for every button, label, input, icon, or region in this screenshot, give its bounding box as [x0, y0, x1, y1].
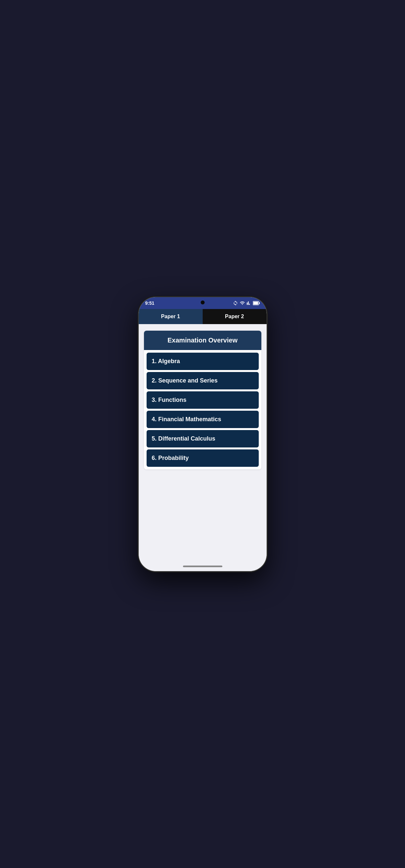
topic-item-5[interactable]: 5. Differential Calculus — [147, 430, 259, 447]
topic-label-3: 3. Functions — [152, 397, 187, 403]
phone-device: 9:51 — [139, 297, 267, 571]
topic-list: 1. Algebra 2. Sequence and Series 3. Fun… — [144, 350, 261, 469]
topic-label-4: 4. Financial Mathematics — [152, 416, 221, 423]
status-icons — [233, 301, 260, 306]
topic-item-1[interactable]: 1. Algebra — [147, 353, 259, 370]
exam-overview-header: Examination Overview — [144, 331, 261, 350]
camera-notch — [201, 301, 205, 304]
topic-label-6: 6. Probability — [152, 455, 189, 461]
home-indicator — [139, 562, 267, 571]
topic-label-5: 5. Differential Calculus — [152, 435, 215, 442]
topic-item-2[interactable]: 2. Sequence and Series — [147, 372, 259, 390]
tab-paper1[interactable]: Paper 1 — [139, 309, 202, 324]
topic-label-1: 1. Algebra — [152, 358, 180, 365]
wifi-icon — [240, 301, 245, 306]
status-time: 9:51 — [145, 301, 154, 306]
battery-icon — [253, 301, 260, 305]
topic-item-4[interactable]: 4. Financial Mathematics — [147, 411, 259, 428]
home-bar — [183, 565, 222, 567]
tab-paper2[interactable]: Paper 2 — [202, 309, 267, 324]
svg-rect-1 — [253, 302, 258, 304]
overview-card: Examination Overview 1. Algebra 2. Seque… — [144, 331, 261, 469]
topic-label-2: 2. Sequence and Series — [152, 377, 218, 384]
signal-icon — [247, 301, 251, 306]
topic-item-3[interactable]: 3. Functions — [147, 391, 259, 409]
tab-bar: Paper 1 Paper 2 — [139, 309, 267, 324]
sync-icon — [233, 301, 238, 306]
exam-overview-title: Examination Overview — [167, 337, 238, 344]
topic-item-6[interactable]: 6. Probability — [147, 450, 259, 467]
main-content: Examination Overview 1. Algebra 2. Seque… — [139, 324, 267, 562]
phone-screen: 9:51 — [139, 297, 267, 571]
svg-rect-2 — [259, 302, 260, 304]
